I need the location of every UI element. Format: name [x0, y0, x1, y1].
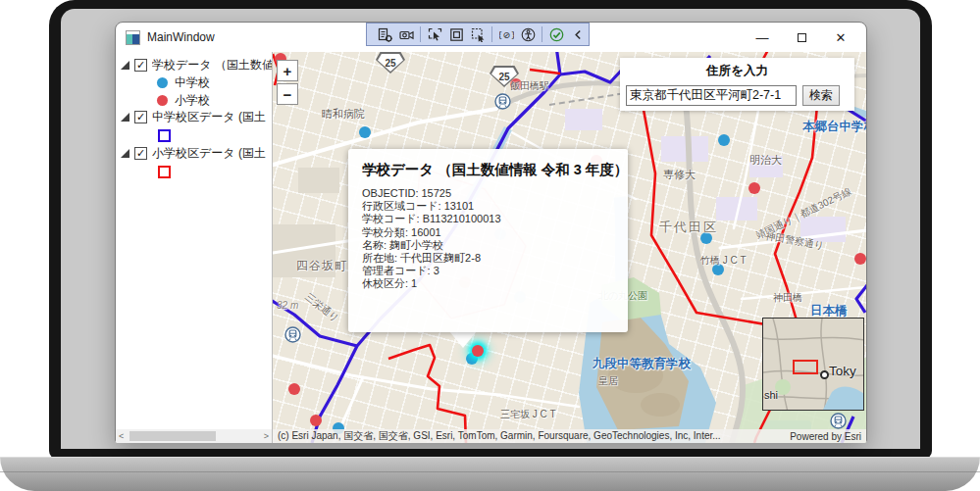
junior-high-marker[interactable]	[718, 134, 730, 146]
app-icon	[126, 30, 140, 45]
legend-dot-icon	[157, 95, 168, 106]
map-label: 三宅坂 J C T	[500, 408, 555, 421]
train-station-icon	[830, 413, 847, 429]
expander-icon[interactable]	[121, 61, 129, 70]
map-label: 四谷坂町	[296, 258, 347, 274]
tree-row[interactable]: ✓学校データ （国土数値	[116, 57, 272, 74]
horizontal-scrollbar[interactable]: < >	[116, 429, 272, 443]
window-title: MainWindow	[147, 30, 215, 44]
select-element-icon[interactable]	[425, 25, 444, 44]
junior-high-marker[interactable]	[359, 126, 371, 138]
tree-row[interactable]	[116, 162, 272, 181]
search-label: 住所を入力	[620, 63, 854, 79]
powered-by-esri: Powered by Esri	[790, 431, 861, 442]
display-adorners-icon[interactable]	[446, 25, 466, 44]
collapse-chevron-icon[interactable]	[568, 25, 588, 44]
toolbar-separator	[542, 26, 542, 42]
elementary-marker[interactable]	[748, 182, 760, 194]
expander-icon[interactable]	[121, 113, 129, 122]
binding-failures-icon[interactable]: {⊘}	[496, 25, 516, 44]
expander-icon[interactable]	[121, 149, 129, 158]
overview-inset-map[interactable]: Toky shi	[762, 318, 864, 411]
live-visual-tree-icon[interactable]	[375, 25, 394, 44]
scrollbar-thumb[interactable]	[129, 431, 216, 441]
no-issues-check-icon[interactable]	[546, 25, 566, 44]
feature-popup: 学校データ （国土数値情報 令和 3 年度） OBJECTID: 15725行政…	[348, 149, 628, 332]
minimize-button[interactable]: —	[743, 24, 782, 51]
layer-checkbox[interactable]: ✓	[134, 147, 147, 160]
layer-label[interactable]: 中学校区データ (国土	[152, 109, 266, 125]
map-label: 晴和病院	[322, 107, 365, 122]
extent-rectangle	[793, 360, 818, 374]
scroll-right-arrow[interactable]: >	[264, 431, 269, 441]
vs-debug-toolbar: {⊘}	[366, 23, 590, 46]
attribution-bar: (c) Esri Japan, 国交省, 国交省, GSI, Esri, Tom…	[273, 429, 866, 443]
close-button[interactable]: ✕	[821, 24, 860, 51]
laptop-base-seam	[0, 471, 980, 472]
popup-field: 行政区域コード: 13101	[362, 200, 614, 213]
map-label: 神田橋	[773, 291, 802, 305]
popup-field: 名称: 麹町小学校	[362, 239, 614, 252]
train-station-icon	[284, 326, 301, 343]
elementary-marker[interactable]	[310, 415, 322, 426]
layer-checkbox[interactable]: ✓	[134, 111, 147, 123]
popup-field: OBJECTID: 15725	[362, 187, 614, 200]
legend-dot-icon	[157, 77, 168, 88]
map-canvas[interactable]: 晴和病院四谷坂町32 m三栄通り三宅坂 J C T九段中等教育学校皇居専修大明治…	[273, 52, 866, 443]
city-label: Toky	[829, 364, 856, 378]
layer-checkbox[interactable]: ✓	[134, 59, 147, 72]
tree-row[interactable]: 小学校	[116, 91, 272, 109]
map-label: 九段中等教育学校	[593, 356, 691, 372]
layer-tree-panel: ✓学校データ （国土数値中学校小学校✓中学校区データ (国土✓小学校区データ (…	[116, 52, 273, 443]
map-label: 皇居	[598, 374, 618, 388]
tree-row[interactable]	[116, 125, 272, 145]
legend-square-icon	[158, 129, 171, 142]
zoom-controls: + −	[277, 60, 298, 107]
accessibility-checker-icon[interactable]	[518, 25, 538, 44]
elementary-marker[interactable]	[288, 383, 300, 395]
map-label: 千代田区	[659, 219, 718, 236]
tree-row[interactable]: 中学校	[116, 74, 272, 91]
map-label: 32 m	[277, 300, 298, 311]
legend-label: 小学校	[175, 92, 210, 109]
layer-label[interactable]: 小学校区データ (国土	[152, 145, 266, 162]
maximize-glyph	[798, 33, 806, 42]
toolbar-separator	[420, 26, 421, 42]
train-station-icon	[494, 93, 511, 110]
zoom-in-button[interactable]: +	[277, 60, 298, 81]
laptop-base	[0, 457, 980, 491]
popup-field: 休校区分: 1	[362, 277, 614, 290]
scroll-left-arrow[interactable]: <	[119, 431, 124, 441]
address-input[interactable]	[626, 85, 797, 106]
legend-square-icon	[158, 166, 171, 178]
laptop-mockup: MainWindow	[0, 0, 980, 491]
map-label: 飯田橋駅	[510, 79, 549, 93]
tree-row[interactable]: ✓小学校区データ (国土	[116, 145, 272, 162]
attribution-text: (c) Esri Japan, 国交省, 国交省, GSI, Esri, Tom…	[278, 429, 721, 443]
popup-field: 管理者コード: 3	[362, 265, 614, 277]
zoom-out-button[interactable]: −	[277, 83, 298, 105]
elementary-marker[interactable]	[854, 253, 866, 265]
popup-title: 学校データ （国土数値情報 令和 3 年度）	[362, 161, 614, 179]
tree-row[interactable]: ✓中学校区データ (国土	[116, 109, 272, 125]
titlebar[interactable]: MainWindow	[116, 23, 866, 52]
main-window: MainWindow	[115, 22, 867, 442]
map-label: 竹橋 J C T	[700, 254, 746, 268]
city-marker	[820, 370, 829, 379]
toolbar-separator	[491, 26, 492, 42]
popup-tail	[449, 331, 477, 348]
screen-capture-icon[interactable]	[396, 25, 416, 44]
search-button[interactable]: 検索	[802, 85, 840, 106]
inset-left-label: shi	[764, 389, 778, 401]
map-label: 専修大	[663, 168, 696, 182]
legend-label: 中学校	[175, 74, 210, 91]
map-label: 明治大	[749, 153, 782, 168]
track-focused-element-icon[interactable]	[468, 25, 488, 44]
popup-field: 所在地: 千代田区麹町2-8	[362, 252, 614, 265]
maximize-button[interactable]	[782, 24, 821, 51]
popup-fields: OBJECTID: 15725行政区域コード: 13101学校コード: B113…	[362, 187, 614, 291]
layer-label[interactable]: 学校データ （国土数値	[152, 57, 272, 74]
map-label: 本郷台中学校	[802, 119, 866, 135]
address-search-panel: 住所を入力 検索	[620, 58, 854, 111]
popup-field: 学校コード: B113210100013	[362, 213, 614, 225]
